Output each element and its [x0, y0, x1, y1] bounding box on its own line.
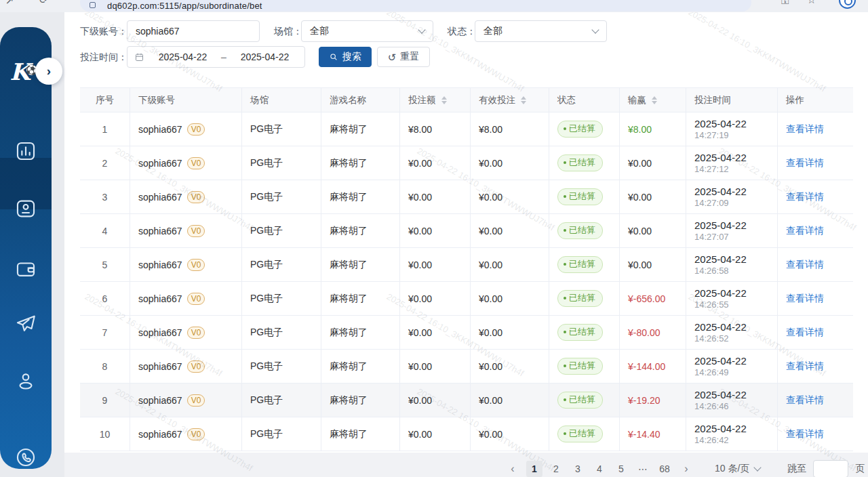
cell-valid-bet: ¥0.00	[471, 248, 549, 282]
view-details-link[interactable]: 查看详情	[786, 225, 824, 237]
column-header-label: 游戏名称	[330, 94, 366, 106]
cell-status: 已结算	[549, 180, 620, 214]
status-label: 状态：	[448, 20, 476, 42]
sort-icon[interactable]	[652, 96, 657, 104]
bookmark-star-icon[interactable]: ☆	[807, 0, 816, 6]
prev-page-icon[interactable]: ‹	[505, 461, 521, 477]
sidebar-item-service[interactable]	[14, 446, 37, 469]
view-details-link[interactable]: 查看详情	[786, 259, 824, 271]
page-size-select[interactable]: 10 条/页	[715, 463, 760, 475]
page-number[interactable]: 4	[591, 461, 608, 477]
column-header: 状态	[549, 88, 620, 112]
reset-button[interactable]: ↺ 重置	[377, 47, 430, 67]
sidebar-item-wallet[interactable]	[14, 257, 37, 281]
sort-icon[interactable]	[441, 96, 447, 104]
column-header-label: 输赢	[628, 94, 646, 106]
next-page-icon[interactable]: ›	[678, 461, 694, 477]
date-from[interactable]: 2025-04-22	[150, 51, 216, 62]
page-number[interactable]: 1	[526, 461, 542, 477]
cell-action: 查看详情	[778, 316, 853, 350]
cell-index: 2	[80, 146, 130, 180]
view-details-link[interactable]: 查看详情	[786, 394, 824, 407]
page-number[interactable]: 68	[656, 461, 673, 477]
status-dot-icon	[564, 297, 566, 299]
cell-action: 查看详情	[778, 383, 853, 417]
column-header[interactable]: 有效投注	[471, 88, 549, 112]
table-body: 1 sophia667V0 PG电子 麻将胡了 ¥8.00 ¥8.00 已结算 …	[80, 112, 853, 451]
column-header-label: 投注额	[408, 94, 436, 106]
cell-game: 麻将胡了	[321, 146, 400, 180]
cell-bet-amount: ¥0.00	[400, 180, 471, 214]
sidebar-expand-button[interactable]: ›	[35, 58, 62, 85]
vip-level-badge: V0	[187, 259, 205, 271]
status-dot-icon	[564, 331, 566, 333]
cell-bet-amount: ¥0.00	[400, 417, 471, 451]
view-details-link[interactable]: 查看详情	[786, 123, 824, 136]
cell-status: 已结算	[549, 214, 620, 248]
column-header[interactable]: 输赢	[620, 88, 686, 112]
search-button-label: 搜索	[342, 51, 361, 63]
column-header-label: 序号	[96, 94, 114, 106]
cell-bet-time: 2025-04-2214:26:42	[686, 417, 778, 451]
venue-select[interactable]: 全部	[301, 20, 433, 42]
extension-icon[interactable]: ◦	[64, 0, 66, 3]
view-details-link[interactable]: 查看详情	[786, 360, 824, 373]
vip-level-badge: V0	[187, 191, 205, 203]
sidebar-item-promotions[interactable]	[14, 312, 37, 335]
cell-venue: PG电子	[242, 248, 321, 282]
cell-account: sophia667V0	[130, 112, 242, 146]
vip-level-badge: V0	[187, 327, 205, 339]
view-details-link[interactable]: 查看详情	[786, 327, 824, 339]
sidebar-item-profile[interactable]	[14, 370, 37, 393]
cell-status: 已结算	[549, 112, 620, 146]
column-header-label: 场馆	[250, 94, 269, 106]
password-key-icon[interactable]: ⚿	[781, 0, 789, 7]
view-details-link[interactable]: 查看详情	[786, 157, 824, 169]
cell-win-loss: ¥8.00	[620, 112, 686, 146]
column-header[interactable]: 投注额	[400, 88, 471, 112]
view-details-link[interactable]: 查看详情	[786, 428, 824, 440]
cell-valid-bet: ¥0.00	[471, 316, 549, 350]
cell-action: 查看详情	[778, 350, 853, 383]
sidebar-item-members[interactable]	[14, 197, 37, 220]
account-input[interactable]	[127, 20, 260, 42]
site-info-icon[interactable]	[90, 2, 96, 8]
column-header: 序号	[80, 88, 130, 112]
page-number[interactable]: 3	[570, 461, 586, 477]
jump-page-input[interactable]	[813, 460, 848, 477]
page-size-value: 10 条/页	[715, 463, 749, 475]
service-phone-icon	[14, 446, 37, 469]
cell-venue: PG电子	[242, 417, 321, 451]
cell-action: 查看详情	[778, 417, 853, 451]
page-number[interactable]: 5	[613, 461, 629, 477]
sidebar-item-reports[interactable]	[14, 140, 37, 163]
view-details-link[interactable]: 查看详情	[786, 191, 824, 203]
view-details-link[interactable]: 查看详情	[786, 293, 824, 305]
column-header-label: 操作	[786, 94, 804, 106]
bet-records-table: 序号下级账号场馆游戏名称投注额有效投注状态输赢投注时间操作 1 sophia66…	[80, 87, 853, 451]
table-row: 8 sophia667V0 PG电子 麻将胡了 ¥0.00 ¥0.00 已结算 …	[80, 350, 853, 383]
reload-icon[interactable]: ⟳	[39, 0, 48, 6]
cell-bet-amount: ¥0.00	[400, 316, 471, 350]
date-range-picker[interactable]: 2025-04-22 – 2025-04-22	[127, 46, 305, 68]
chevron-down-icon	[591, 26, 599, 33]
vip-level-badge: V0	[187, 123, 205, 136]
address-bar[interactable]: dq602p.com:5115/app/subordinate/bet	[80, 0, 751, 12]
date-to[interactable]: 2025-04-22	[232, 51, 298, 62]
browser-profile-avatar[interactable]	[839, 0, 856, 9]
cell-game: 麻将胡了	[321, 214, 400, 248]
url-text[interactable]: dq602p.com:5115/app/subordinate/bet	[107, 1, 262, 11]
cell-game: 麻将胡了	[321, 350, 400, 383]
status-select[interactable]: 全部	[475, 20, 607, 42]
sort-icon[interactable]	[521, 96, 526, 104]
cell-bet-amount: ¥0.00	[400, 282, 471, 316]
cell-valid-bet: ¥0.00	[471, 282, 549, 316]
cell-win-loss: ¥0.00	[620, 146, 686, 180]
nav-forward-icon[interactable]: ↗	[5, 0, 14, 7]
search-button[interactable]: 搜索	[319, 47, 372, 67]
page-number[interactable]: 2	[548, 461, 564, 477]
cell-account: sophia667V0	[130, 316, 242, 350]
cell-game: 麻将胡了	[321, 383, 400, 417]
cell-index: 9	[80, 383, 130, 417]
cell-game: 麻将胡了	[321, 180, 400, 214]
